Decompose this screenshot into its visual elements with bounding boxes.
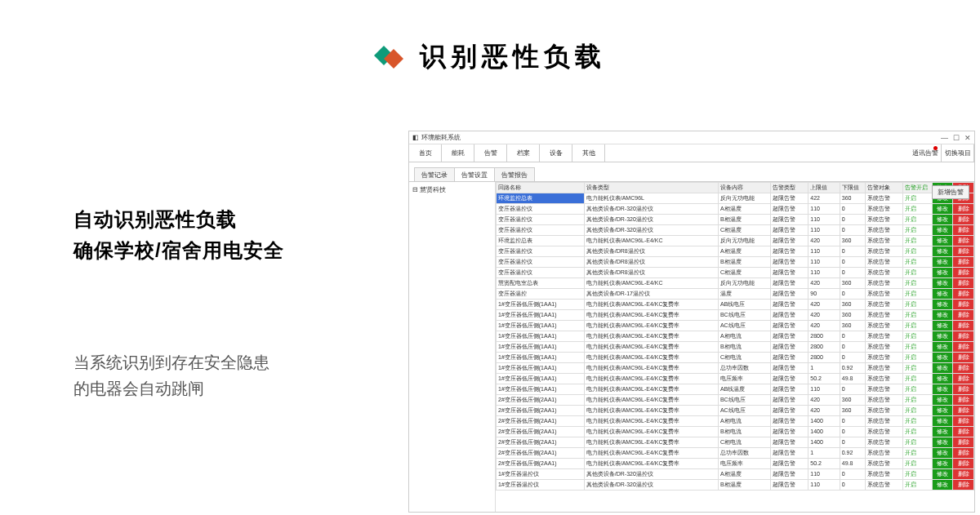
edit-button[interactable]: 修改 [932,321,953,331]
col-header[interactable]: 设备类型 [584,183,718,193]
table-row[interactable]: 1#变压器温控仪其他类设备/DR-320温控仪A相温度超限告警1100系统告警开… [497,469,974,480]
delete-button[interactable]: 删除 [953,321,974,331]
col-header[interactable]: 告警类型 [771,183,808,193]
menu-首页[interactable]: 首页 [409,144,442,162]
table-row[interactable]: 变压器温控仪其他类设备/DR-320温控仪C相温度超限告警1100系统告警开启修… [497,225,974,236]
edit-button[interactable]: 修改 [932,300,953,310]
delete-button[interactable]: 删除 [953,480,974,491]
table-row[interactable]: 1#变压器低压侧(1AA1)电力能耗仪表/AMC96L-E4/KC复费率AB线温… [497,384,974,395]
delete-button[interactable]: 删除 [953,459,974,469]
edit-button[interactable]: 修改 [932,310,953,321]
table-row[interactable]: 2#变压器低压侧(2AA1)电力能耗仪表/AMC96L-E4/KC复费率AC线电… [497,406,974,416]
delete-button[interactable]: 删除 [953,427,974,437]
delete-button[interactable]: 删除 [953,363,974,374]
minimize-button[interactable]: — [941,134,948,142]
menu-档案[interactable]: 档案 [507,144,540,162]
menu-right-通讯告警[interactable]: 通讯告警 [909,144,942,162]
menu-设备[interactable]: 设备 [540,144,572,162]
delete-button[interactable]: 删除 [953,246,974,257]
menu-其他[interactable]: 其他 [572,144,605,162]
table-row[interactable]: 变压器温控仪其他类设备/DR8温控仪B相温度超限告警1100系统告警开启修改删除 [497,257,974,268]
table-row[interactable]: 1#变压器低压侧(1AA1)电力能耗仪表/AMC96L-E4/KC复费率A相电流… [497,331,974,342]
delete-button[interactable]: 删除 [953,406,974,416]
edit-button[interactable]: 修改 [932,289,953,300]
edit-button[interactable]: 修改 [932,459,953,469]
edit-button[interactable]: 修改 [932,427,953,437]
table-row[interactable]: 1#变压器低压侧(1AA1)电力能耗仪表/AMC96L-E4/KC复费率B相电流… [497,342,974,353]
edit-button[interactable]: 修改 [932,236,953,246]
table-row[interactable]: 变压器温控仪其他类设备/DR-320温控仪B相温度超限告警1100系统告警开启修… [497,215,974,225]
edit-button[interactable]: 修改 [932,215,953,225]
edit-button[interactable]: 修改 [932,257,953,268]
menu-right-切换项目[interactable]: 切换项目 [942,144,974,162]
delete-button[interactable]: 删除 [953,278,974,289]
maximize-button[interactable]: ☐ [953,134,960,142]
col-header[interactable]: 上限值 [808,183,840,193]
menu-能耗[interactable]: 能耗 [442,144,474,162]
delete-button[interactable]: 删除 [953,289,974,300]
edit-button[interactable]: 修改 [932,395,953,406]
edit-button[interactable]: 修改 [932,384,953,395]
delete-button[interactable]: 删除 [953,300,974,310]
delete-button[interactable]: 删除 [953,374,974,384]
table-row[interactable]: 变压器温控仪其他类设备/DR8温控仪C相温度超限告警1100系统告警开启修改删除 [497,268,974,278]
table-row[interactable]: 变压器温控仪其他类设备/DR-320温控仪A相温度超限告警1100系统告警开启修… [497,204,974,215]
edit-button[interactable]: 修改 [932,225,953,236]
delete-button[interactable]: 删除 [953,215,974,225]
delete-button[interactable]: 删除 [953,437,974,448]
delete-button[interactable]: 删除 [953,469,974,480]
menu-告警[interactable]: 告警 [474,144,507,162]
delete-button[interactable]: 删除 [953,353,974,363]
tab-告警记录[interactable]: 告警记录 [414,167,455,182]
delete-button[interactable]: 删除 [953,257,974,268]
col-header[interactable]: 告警开启 [902,183,932,193]
tree-root-node[interactable]: ⊟ 慧贤科技 [412,185,492,194]
add-alarm-button[interactable]: 新增告警 [932,185,969,199]
table-row[interactable]: 1#变压器温控仪其他类设备/DR-320温控仪B相温度超限告警1100系统告警开… [497,480,974,491]
table-row[interactable]: 2#变压器低压侧(2AA1)电力能耗仪表/AMC96L-E4/KC复费率C相电流… [497,437,974,448]
col-header[interactable]: 下限值 [840,183,865,193]
edit-button[interactable]: 修改 [932,416,953,427]
edit-button[interactable]: 修改 [932,353,953,363]
edit-button[interactable]: 修改 [932,480,953,491]
table-row[interactable]: 环境监控总表电力能耗仪表/AMC96L反向无功电能超限告警422360系统告警开… [497,193,974,204]
edit-button[interactable]: 修改 [932,469,953,480]
tab-告警设置[interactable]: 告警设置 [454,167,495,182]
delete-button[interactable]: 删除 [953,225,974,236]
edit-button[interactable]: 修改 [932,342,953,353]
edit-button[interactable]: 修改 [932,363,953,374]
edit-button[interactable]: 修改 [932,448,953,459]
table-row[interactable]: 1#变压器低压侧(1AA1)电力能耗仪表/AMC96L-E4/KC复费率C相电流… [497,353,974,363]
edit-button[interactable]: 修改 [932,246,953,257]
table-row[interactable]: 1#变压器低压侧(1AA1)电力能耗仪表/AMC96L-E4/KC复费率总功率因… [497,363,974,374]
edit-button[interactable]: 修改 [932,374,953,384]
delete-button[interactable]: 删除 [953,395,974,406]
edit-button[interactable]: 修改 [932,278,953,289]
table-row[interactable]: 2#变压器低压侧(2AA1)电力能耗仪表/AMC96L-E4/KC复费率B相电流… [497,427,974,437]
delete-button[interactable]: 删除 [953,204,974,215]
table-row[interactable]: 1#变压器低压侧(1AA1)电力能耗仪表/AMC96L-E4/KC复费率AB线电… [497,300,974,310]
table-row[interactable]: 变压器温控其他类设备/DR-17温控仪温度超限告警900系统告警开启修改删除 [497,289,974,300]
edit-button[interactable]: 修改 [932,406,953,416]
delete-button[interactable]: 删除 [953,268,974,278]
delete-button[interactable]: 删除 [953,448,974,459]
table-row[interactable]: 1#变压器低压侧(1AA1)电力能耗仪表/AMC96L-E4/KC复费率BC线电… [497,310,974,321]
edit-button[interactable]: 修改 [932,331,953,342]
col-header[interactable]: 设备内容 [718,183,770,193]
table-row[interactable]: 2#变压器低压侧(2AA1)电力能耗仪表/AMC96L-E4/KC复费率A相电流… [497,416,974,427]
delete-button[interactable]: 删除 [953,236,974,246]
close-button[interactable]: ✕ [964,134,971,142]
tab-告警报告[interactable]: 告警报告 [494,167,535,182]
delete-button[interactable]: 删除 [953,342,974,353]
col-header[interactable]: 告警对象 [865,183,902,193]
delete-button[interactable]: 删除 [953,331,974,342]
delete-button[interactable]: 删除 [953,310,974,321]
delete-button[interactable]: 删除 [953,416,974,427]
table-row[interactable]: 1#变压器低压侧(1AA1)电力能耗仪表/AMC96L-E4/KC复费率AC线电… [497,321,974,331]
table-row[interactable]: 2#变压器低压侧(2AA1)电力能耗仪表/AMC96L-E4/KC复费率总功率因… [497,448,974,459]
edit-button[interactable]: 修改 [932,437,953,448]
table-row[interactable]: 2#变压器低压侧(2AA1)电力能耗仪表/AMC96L-E4/KC复费率BC线电… [497,395,974,406]
table-row[interactable]: 2#变压器低压侧(2AA1)电力能耗仪表/AMC96L-E4/KC复费率电压频率… [497,459,974,469]
edit-button[interactable]: 修改 [932,268,953,278]
table-row[interactable]: 变压器温控仪其他类设备/DR8温控仪A相温度超限告警1100系统告警开启修改删除 [497,246,974,257]
